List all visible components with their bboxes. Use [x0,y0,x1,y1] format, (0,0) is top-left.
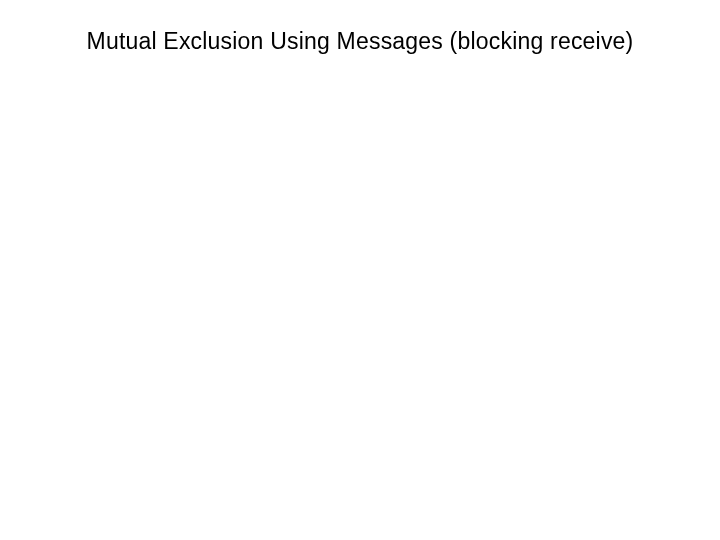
slide-container: Mutual Exclusion Using Messages (blockin… [0,0,720,540]
slide-title: Mutual Exclusion Using Messages (blockin… [40,28,680,55]
